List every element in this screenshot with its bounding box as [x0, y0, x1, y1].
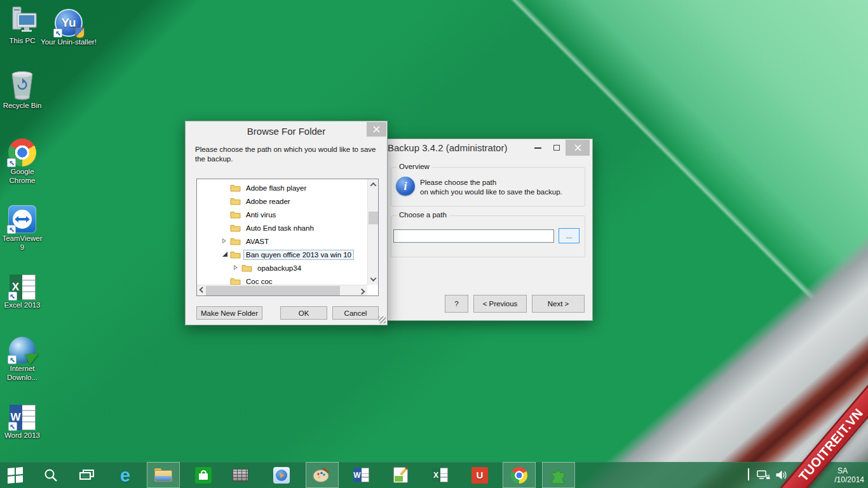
overview-text-line2: on which you would like to save the back…: [420, 188, 562, 196]
horizontal-scrollbar[interactable]: [197, 285, 367, 295]
your-uninstaller-icon: Yu: [55, 5, 83, 37]
folder-icon: [230, 237, 241, 245]
vertical-scrollbar[interactable]: [367, 179, 378, 285]
taskbar-internet-explorer[interactable]: e: [109, 462, 142, 488]
word-icon: W: [10, 398, 36, 430]
desktop-icon-recycle-bin[interactable]: Recycle Bin: [0, 69, 44, 111]
shortcut-arrow-icon: [53, 29, 62, 37]
scroll-up-button[interactable]: [368, 179, 379, 190]
taskbar-excel[interactable]: X: [423, 462, 456, 488]
tree-item-ban-quyen-office[interactable]: Ban quyen office 2013 va win 10: [197, 248, 367, 261]
vertical-scroll-thumb[interactable]: [369, 212, 378, 224]
collapse-icon[interactable]: [221, 250, 229, 259]
taskbar-word[interactable]: W: [344, 462, 377, 488]
taskbar-chrome[interactable]: [503, 462, 536, 488]
taskbar: e: [0, 462, 868, 488]
taskbar-notepad-plus-plus[interactable]: [384, 462, 417, 488]
resize-grip[interactable]: [379, 316, 386, 323]
desktop-icon-label: TeamViewer 9: [0, 234, 44, 252]
minimize-button[interactable]: [529, 140, 547, 156]
tree-item-opabackup34[interactable]: opabackup34: [197, 261, 367, 274]
expand-icon[interactable]: [221, 237, 229, 245]
folder-icon: [230, 184, 241, 192]
help-button[interactable]: ?: [445, 295, 468, 313]
scroll-right-button[interactable]: [356, 285, 367, 296]
puzzle-piece-icon: [550, 466, 567, 484]
taskbar-search-button[interactable]: [34, 462, 67, 488]
excel-icon: X: [432, 468, 448, 482]
dialog-titlebar[interactable]: Browse For Folder: [186, 121, 387, 142]
backup-window: Backup 3.4.2 (administrator) Overview i …: [383, 139, 593, 321]
tree-item-anti-virus[interactable]: Anti virus: [197, 208, 367, 221]
previous-button[interactable]: < Previous: [473, 295, 527, 313]
close-button[interactable]: [566, 140, 590, 156]
backup-window-titlebar[interactable]: Backup 3.4.2 (administrator): [383, 139, 592, 156]
search-icon: [43, 468, 58, 483]
cancel-button[interactable]: Cancel: [332, 306, 379, 320]
taskbar-file-explorer[interactable]: [147, 462, 180, 488]
close-button[interactable]: [367, 122, 386, 137]
taskbar-windows-store[interactable]: [187, 462, 220, 488]
chevron-up-icon: [748, 468, 749, 480]
horizontal-scroll-thumb[interactable]: [206, 286, 340, 295]
paint-palette-icon: [313, 466, 332, 484]
choose-path-label: Choose a path: [397, 211, 449, 219]
desktop-icon-word-2013[interactable]: W Word 2013: [0, 398, 44, 440]
desktop-icon-label: Word 2013: [4, 431, 40, 440]
task-view-icon: [79, 470, 95, 481]
expand-icon[interactable]: [233, 264, 241, 272]
desktop-icon-google-chrome[interactable]: Google Chrome: [0, 135, 44, 185]
tree-item-adobe-reader[interactable]: Adobe reader: [197, 194, 367, 208]
backup-window-title: Backup 3.4.2 (administrator): [388, 142, 507, 153]
desktop-icon-your-uninstaller[interactable]: Yu Your Unin-staller!: [39, 5, 98, 47]
desktop-icon-this-pc[interactable]: This PC: [0, 4, 44, 46]
browse-path-button[interactable]: ...: [559, 228, 580, 243]
chrome-icon: [8, 135, 36, 166]
folder-icon: [230, 224, 241, 232]
desktop-wallpaper: This PC Yu Your Unin-staller! Recycle Bi…: [0, 0, 868, 488]
chrome-icon: [511, 467, 527, 484]
ok-button[interactable]: OK: [280, 306, 327, 320]
task-view-button[interactable]: [71, 462, 104, 488]
tree-item-coc-coc[interactable]: Coc coc: [197, 274, 367, 285]
tree-item-auto-end-task-nhanh[interactable]: Auto End task nhanh: [197, 221, 367, 234]
show-hidden-icons-button[interactable]: [748, 470, 749, 481]
taskbar-media-player[interactable]: [265, 462, 298, 488]
folder-tree: Adobe flash player Adobe reader Anti vir…: [196, 179, 379, 296]
dialog-title: Browse For Folder: [186, 121, 387, 142]
taskbar-bricks-game[interactable]: [224, 462, 257, 488]
red-u-app-icon: U: [471, 467, 488, 484]
dialog-instruction: Please choose the path on which you woul…: [195, 145, 383, 164]
clock[interactable]: SA /10/2014: [818, 466, 868, 484]
desktop-icon-label: Internet Downlo...: [0, 365, 44, 382]
overview-groupbox: Overview: [391, 167, 585, 207]
desktop-icon-excel-2013[interactable]: X Excel 2013: [0, 268, 44, 310]
start-button[interactable]: [0, 462, 31, 488]
shortcut-arrow-icon: [7, 225, 16, 234]
folder-tree-rows: Adobe flash player Adobe reader Anti vir…: [197, 179, 367, 285]
make-new-folder-button[interactable]: Make New Folder: [196, 306, 262, 320]
bricks-icon: [232, 469, 248, 482]
path-input[interactable]: [393, 229, 554, 243]
notepad-plus-plus-icon: [393, 467, 408, 483]
taskbar-red-u-app[interactable]: U: [463, 462, 496, 488]
network-icon[interactable]: [757, 470, 771, 480]
scroll-down-button[interactable]: [368, 274, 379, 285]
maximize-button[interactable]: [547, 140, 566, 156]
tree-item-avast[interactable]: AVAST: [197, 234, 367, 248]
next-button[interactable]: Next >: [532, 295, 585, 313]
taskbar-green-puzzle-app[interactable]: [542, 462, 575, 488]
shortcut-arrow-icon: [8, 422, 17, 431]
desktop-icon-label: Google Chrome: [0, 168, 44, 185]
idm-globe-icon: [9, 332, 36, 363]
speaker-icon[interactable]: [775, 470, 787, 480]
file-explorer-icon: [154, 468, 172, 482]
tree-item-adobe-flash-player[interactable]: Adobe flash player: [197, 181, 367, 194]
desktop-icon-label: This PC: [10, 37, 36, 46]
windows-store-icon: [195, 467, 212, 484]
desktop-icon-teamviewer[interactable]: TeamViewer 9: [0, 201, 44, 252]
clock-line2: /10/2014: [818, 475, 864, 484]
folder-icon: [230, 277, 241, 285]
taskbar-paint[interactable]: [306, 462, 339, 488]
desktop-icon-idm[interactable]: Internet Downlo...: [0, 332, 44, 382]
